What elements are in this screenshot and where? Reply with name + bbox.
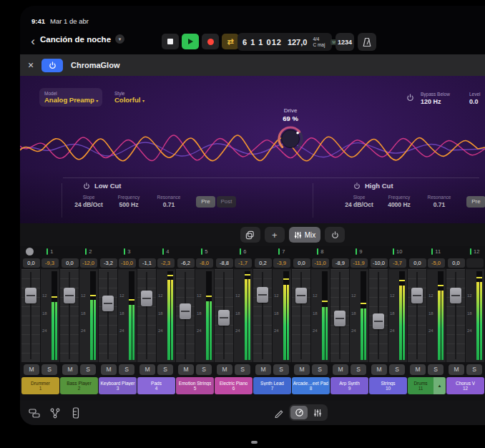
channel-peak-value[interactable]: -5,0 <box>428 258 445 268</box>
drive-knob[interactable] <box>276 125 305 153</box>
model-selector[interactable]: Model Analog Preamp ▾ <box>39 88 102 107</box>
channel-fader[interactable] <box>176 269 195 362</box>
song-title-menu[interactable]: Canción de noche ▾ <box>40 34 124 44</box>
fader-handle[interactable] <box>334 311 346 326</box>
mute-button[interactable]: M <box>371 364 387 375</box>
fader-handle[interactable] <box>218 310 230 326</box>
track-name-tab[interactable]: Drums 11 ▲ <box>408 377 446 394</box>
channel-peak-value[interactable]: -3,7 <box>389 258 406 268</box>
high-cut-frequency[interactable]: Frequency 4000 Hz <box>383 195 415 208</box>
lcd-display[interactable]: 6 1 1 012 127,0 4/4 C maj MIDI <box>237 33 332 51</box>
solo-button[interactable]: S <box>428 364 444 375</box>
low-cut-slope[interactable]: Slope 24 dB/Oct <box>73 195 104 208</box>
duplicate-button[interactable] <box>240 227 260 243</box>
plugin-power-button[interactable] <box>41 59 63 72</box>
count-in-button[interactable]: 1234 <box>335 33 354 51</box>
track-name-tab[interactable]: Electric Piano 6 <box>215 377 253 394</box>
back-button[interactable]: ‹ <box>27 33 39 50</box>
channel-peak-value[interactable]: -2,3 <box>157 258 175 268</box>
high-cut-slope[interactable]: Slope 24 dB/Oct <box>343 195 375 208</box>
channel-peak-value[interactable]: -11,9 <box>351 258 368 268</box>
play-button[interactable] <box>182 34 199 49</box>
mute-button[interactable]: M <box>333 364 348 375</box>
mute-button[interactable]: M <box>410 364 426 375</box>
fader-handle[interactable] <box>64 288 75 303</box>
mixer-power-button[interactable] <box>325 227 345 243</box>
mute-button[interactable]: M <box>255 364 271 375</box>
channel-fader[interactable] <box>215 269 233 362</box>
channel-volume-value[interactable]: -3,2 <box>100 258 117 268</box>
solo-button[interactable]: S <box>80 364 96 375</box>
high-cut-pre-button[interactable]: Pre <box>466 196 485 208</box>
mute-button[interactable]: M <box>24 364 39 375</box>
style-selector[interactable]: Style Colorful ▾ <box>114 91 144 104</box>
solo-button[interactable]: S <box>466 364 482 375</box>
channel-peak-value[interactable]: -3,9 <box>273 258 290 268</box>
solo-button[interactable]: S <box>41 364 57 375</box>
solo-button[interactable]: S <box>312 364 328 375</box>
fader-handle[interactable] <box>180 303 191 319</box>
channel-peak-value[interactable]: -12,0 <box>80 258 97 268</box>
edit-pencil-button[interactable] <box>272 406 286 420</box>
low-cut-post-button[interactable]: Post <box>217 196 236 208</box>
fader-handle[interactable] <box>257 287 268 303</box>
cycle-button[interactable]: ⇄ <box>222 34 239 49</box>
channel-volume-value[interactable]: 0,0 <box>293 258 310 268</box>
track-name-tab[interactable]: Bass Player 2 <box>60 377 98 394</box>
channel-fader[interactable] <box>369 269 388 362</box>
mute-button[interactable]: M <box>178 364 194 375</box>
channel-volume-value[interactable]: -8,9 <box>332 258 349 268</box>
level-control[interactable]: Level 0.0 <box>469 92 481 105</box>
fader-handle[interactable] <box>411 288 423 303</box>
high-cut-resonance[interactable]: Resonance 0.71 <box>423 195 455 208</box>
loops-browser-button[interactable] <box>27 406 41 420</box>
mute-button[interactable]: M <box>217 364 232 375</box>
record-button[interactable] <box>202 34 219 49</box>
fader-handle[interactable] <box>25 288 36 303</box>
channel-peak-value[interactable]: -8,0 <box>196 258 213 268</box>
fader-handle[interactable] <box>141 291 152 306</box>
channel-volume-value[interactable]: -1,1 <box>139 258 156 268</box>
channel-volume-value[interactable]: -10,0 <box>371 258 388 268</box>
channel-peak-value[interactable] <box>466 258 484 268</box>
channel-fader[interactable] <box>99 269 117 362</box>
channel-fader[interactable] <box>21 269 40 362</box>
channel-peak-value[interactable]: -1,7 <box>235 258 252 268</box>
low-cut-resonance[interactable]: Resonance 0.71 <box>153 195 185 208</box>
channel-fader[interactable] <box>408 269 426 362</box>
bypass-below-control[interactable]: Bypass Below 120 Hz <box>421 92 450 105</box>
solo-button[interactable]: S <box>351 364 366 375</box>
controls-view-button[interactable] <box>290 406 308 419</box>
fader-handle[interactable] <box>373 313 384 329</box>
mix-view-button[interactable]: Mix <box>289 227 321 243</box>
channel-volume-value[interactable]: 0,0 <box>448 258 465 268</box>
track-name-tab[interactable]: Pads 4 <box>137 377 175 394</box>
track-name-tab[interactable]: Keyboard Player 3 <box>99 377 137 394</box>
channel-peak-value[interactable]: -10,0 <box>119 258 136 268</box>
fader-handle[interactable] <box>102 296 114 311</box>
track-name-tab[interactable]: Strings 10 <box>369 377 407 394</box>
channel-fader[interactable] <box>292 269 310 362</box>
faders-view-button[interactable] <box>309 406 326 419</box>
stack-expand-button[interactable]: ▲ <box>433 377 446 394</box>
solo-button[interactable]: S <box>157 364 173 375</box>
stop-button[interactable] <box>162 34 179 49</box>
mute-button[interactable]: M <box>294 364 310 375</box>
bypass-power-icon[interactable] <box>406 94 414 102</box>
channel-volume-value[interactable]: -6,2 <box>177 258 195 268</box>
mute-button[interactable]: M <box>62 364 78 375</box>
fader-handle[interactable] <box>450 288 461 303</box>
solo-button[interactable]: S <box>273 364 289 375</box>
channel-fader[interactable] <box>330 269 349 362</box>
solo-button[interactable]: S <box>196 364 212 375</box>
solo-button[interactable]: S <box>389 364 405 375</box>
mixer-menu-button[interactable] <box>26 248 34 255</box>
close-icon[interactable]: × <box>20 59 41 71</box>
high-cut-power-icon[interactable] <box>353 182 361 190</box>
low-cut-power-icon[interactable] <box>83 182 90 190</box>
solo-button[interactable]: S <box>235 364 250 375</box>
fader-handle[interactable] <box>295 288 307 303</box>
track-name-tab[interactable]: Emotion Strings 5 <box>176 377 214 394</box>
channel-peak-value[interactable]: -11,0 <box>312 258 329 268</box>
mute-button[interactable]: M <box>101 364 117 375</box>
